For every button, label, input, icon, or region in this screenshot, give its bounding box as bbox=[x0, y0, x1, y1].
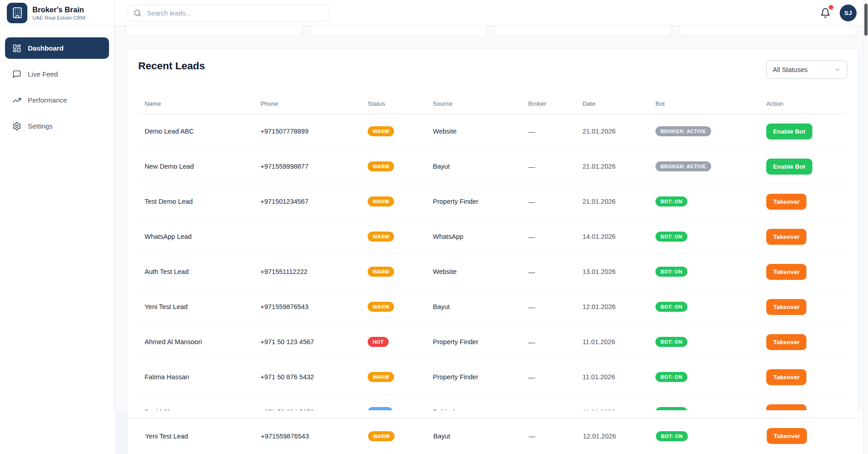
table-row: Fatima Hassan+971 50 876 5432WARMPropert… bbox=[138, 360, 847, 395]
table-row: David Chen+971 56 234 5678COLDDubizzle—1… bbox=[138, 395, 847, 410]
bot-cell: BOT: ON bbox=[649, 337, 760, 347]
lead-phone: +971559876543 bbox=[255, 433, 362, 440]
bot-status-badge: BOT: ON bbox=[655, 302, 687, 312]
lead-date: 13.01.2026 bbox=[576, 268, 649, 275]
bot-status-badge: BOT: ON bbox=[656, 431, 688, 441]
sidebar-nav: DashboardLive FeedPerformanceSettings bbox=[0, 26, 114, 137]
lead-name: Demo Lead ABC bbox=[138, 128, 254, 135]
sidebar-item-live-feed[interactable]: Live Feed bbox=[5, 63, 109, 85]
main-viewport: Broker's Brain UAE Real Estate CRM Dashb… bbox=[0, 0, 868, 410]
brand: Broker's Brain UAE Real Estate CRM bbox=[0, 0, 114, 26]
lead-date: 21.01.2026 bbox=[576, 128, 649, 135]
lead-broker: — bbox=[522, 303, 576, 311]
content-area: Recent Leads All Statuses NamePhoneStatu… bbox=[114, 26, 868, 410]
table-header-row: NamePhoneStatusSourceBrokerDateBotAction bbox=[138, 93, 847, 114]
dashboard-grid-icon bbox=[12, 44, 21, 53]
column-header-status: Status bbox=[361, 100, 426, 107]
takeover-button[interactable]: Takeover bbox=[766, 404, 806, 411]
table-row: WhatsApp LeadWARMWhatsApp—14.01.2026BOT:… bbox=[138, 219, 847, 254]
status-cell: WARM bbox=[361, 232, 426, 242]
bot-status-badge: BOT: ON bbox=[655, 372, 687, 382]
action-cell: Takeover bbox=[760, 194, 847, 210]
table-row: Auth Test Lead+971551112222WARMWebsite—1… bbox=[138, 254, 847, 289]
takeover-button[interactable]: Takeover bbox=[766, 334, 806, 350]
lead-date: 14.01.2026 bbox=[576, 233, 649, 240]
takeover-button[interactable]: Takeover bbox=[766, 194, 806, 210]
lead-date: 21.01.2026 bbox=[576, 163, 649, 170]
lead-phone: +971551112222 bbox=[254, 268, 361, 275]
notifications-button[interactable] bbox=[820, 6, 832, 19]
status-cell: WARM bbox=[361, 126, 426, 136]
search-input[interactable] bbox=[146, 9, 323, 17]
stat-card bbox=[310, 26, 487, 36]
sidebar-item-performance[interactable]: Performance bbox=[5, 89, 109, 111]
bot-status-badge: BOT: ON bbox=[655, 407, 687, 410]
lead-broker: — bbox=[522, 128, 576, 135]
enable-bot-button[interactable]: Enable Bot bbox=[766, 124, 812, 139]
takeover-button[interactable]: Takeover bbox=[767, 428, 807, 444]
takeover-button[interactable]: Takeover bbox=[766, 369, 806, 385]
topbar: SJ bbox=[114, 0, 868, 26]
enable-bot-button[interactable]: Enable Bot bbox=[766, 159, 812, 175]
lead-date: 12.01.2026 bbox=[577, 433, 650, 440]
bot-cell: BOT: ON bbox=[649, 196, 760, 206]
action-cell: Takeover bbox=[760, 299, 847, 315]
table-row: Test Demo Lead+971501234567WARMProperty … bbox=[138, 184, 847, 219]
status-cell: HOT bbox=[361, 337, 426, 347]
lead-phone: +971501234567 bbox=[254, 198, 361, 205]
lead-date: 12.01.2026 bbox=[576, 303, 649, 310]
takeover-button[interactable]: Takeover bbox=[766, 229, 806, 245]
lead-source: WhatsApp bbox=[426, 233, 522, 240]
bot-cell: BOT: ON bbox=[649, 372, 760, 382]
overflow-strip: Yeni Test Lead+971559876543WARMBayut—12.… bbox=[0, 410, 868, 454]
status-cell: WARM bbox=[361, 161, 426, 171]
status-filter-select[interactable]: All Statuses bbox=[766, 60, 847, 79]
table-row: Yeni Test Lead+971559876543WARMBayut—12.… bbox=[138, 289, 847, 325]
user-avatar[interactable]: SJ bbox=[840, 5, 857, 21]
bot-cell: BOT: ON bbox=[649, 232, 760, 242]
lead-phone: +971559998877 bbox=[254, 163, 361, 170]
bot-cell: BOT: ON bbox=[650, 431, 760, 441]
bot-status-badge: BOT: ON bbox=[655, 267, 687, 277]
recent-leads-header: Recent Leads All Statuses bbox=[127, 48, 858, 93]
lead-date: 11.01.2026 bbox=[576, 373, 649, 381]
table-row: New Demo Lead+971559998877WARMBayut—21.0… bbox=[138, 149, 847, 184]
sidebar-item-dashboard[interactable]: Dashboard bbox=[5, 37, 109, 59]
bot-status-badge: BROKER: ACTIVE bbox=[655, 126, 711, 136]
column-header-source: Source bbox=[426, 100, 522, 107]
takeover-button[interactable]: Takeover bbox=[766, 264, 806, 280]
status-badge: WARM bbox=[368, 302, 394, 312]
gear-icon bbox=[12, 122, 21, 131]
action-cell: Takeover bbox=[760, 404, 847, 411]
table-row: Demo Lead ABC+971507778899WARMWebsite—21… bbox=[138, 114, 847, 149]
lead-broker: — bbox=[522, 163, 576, 170]
section-title: Recent Leads bbox=[138, 60, 205, 72]
sidebar-item-label: Live Feed bbox=[28, 70, 58, 78]
status-cell: WARM bbox=[362, 431, 427, 441]
lead-source: Property Finder bbox=[426, 373, 522, 381]
bot-cell: BOT: ON bbox=[649, 302, 760, 312]
lead-broker: — bbox=[522, 198, 576, 206]
column-header-phone: Phone bbox=[254, 100, 361, 107]
bot-status-badge: BOT: ON bbox=[655, 196, 687, 206]
status-badge: WARM bbox=[368, 431, 395, 441]
sidebar-item-label: Performance bbox=[28, 96, 67, 104]
takeover-button[interactable]: Takeover bbox=[766, 299, 806, 315]
action-cell: Takeover bbox=[760, 334, 847, 350]
bot-cell: BROKER: ACTIVE bbox=[649, 126, 760, 136]
lead-source: Bayut bbox=[426, 163, 522, 170]
sidebar-item-settings[interactable]: Settings bbox=[5, 115, 109, 137]
action-cell: Takeover bbox=[760, 369, 847, 385]
lead-phone: +971 50 123 4567 bbox=[254, 338, 361, 346]
brand-name: Broker's Brain bbox=[32, 5, 85, 14]
scrollbar-thumb[interactable] bbox=[864, 4, 868, 36]
lead-source: Website bbox=[426, 268, 522, 275]
status-cell: COLD bbox=[361, 407, 426, 410]
app-root: Broker's Brain UAE Real Estate CRM Dashb… bbox=[0, 0, 868, 454]
chat-bubble-icon bbox=[12, 70, 21, 79]
search-box[interactable] bbox=[128, 5, 329, 21]
column-header-name: Name bbox=[138, 100, 254, 107]
page-scrollbar[interactable] bbox=[863, 0, 868, 454]
chevron-down-icon bbox=[834, 66, 841, 73]
lead-broker: — bbox=[522, 268, 576, 276]
